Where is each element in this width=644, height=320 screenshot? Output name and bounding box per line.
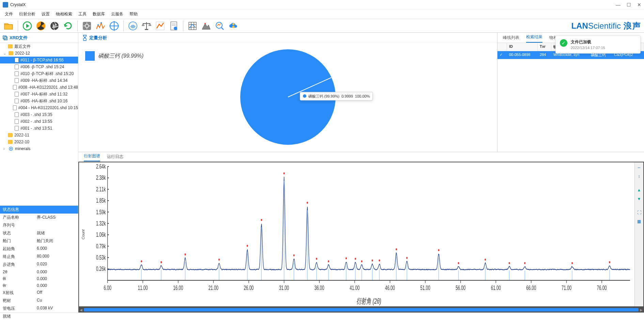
status-value: 0.038 kV bbox=[34, 305, 78, 312]
folder-icon bbox=[8, 44, 13, 48]
analyze-button[interactable] bbox=[214, 20, 226, 32]
menu-diffraction[interactable]: 衍射分析 bbox=[19, 11, 35, 17]
tree-file[interactable]: #008 -HA-K01220201 .shd 13:48 bbox=[0, 84, 78, 91]
play-button[interactable] bbox=[21, 20, 33, 32]
svg-point-130 bbox=[458, 262, 459, 264]
cloud-button[interactable] bbox=[228, 20, 239, 32]
tree-file[interactable]: #005 -HA-标样 .shd 10:16 bbox=[0, 98, 78, 104]
status-key: X射线 bbox=[0, 289, 34, 297]
svg-point-3 bbox=[50, 22, 59, 30]
tree-file[interactable]: #003 - .shd 15:35 bbox=[0, 111, 78, 118]
tree-file[interactable]: #010 -β-TCP-标样 .shd 15:20 bbox=[0, 70, 78, 77]
svg-point-126 bbox=[406, 257, 408, 259]
status-key: 舱门 bbox=[0, 237, 34, 245]
close-button[interactable]: ✕ bbox=[637, 2, 641, 8]
status-key: 起始角 bbox=[0, 245, 34, 253]
tree-file[interactable]: #001 - .shd 13:51 bbox=[0, 125, 78, 132]
file-tree[interactable]: 最近文件 ⌄2022-12 #011 - β-TCP.shd 16:55#006… bbox=[0, 43, 78, 205]
status-value: 0.000 bbox=[34, 268, 78, 275]
svg-point-94 bbox=[160, 261, 162, 263]
toolbar: LANScientific浪声 bbox=[0, 19, 644, 33]
menu-phase-search[interactable]: 物相检索 bbox=[56, 11, 72, 17]
file-icon bbox=[15, 99, 19, 103]
svg-point-132 bbox=[485, 259, 486, 261]
tree-folder[interactable]: 2022-10 bbox=[0, 139, 78, 145]
svg-point-122 bbox=[379, 260, 380, 262]
svg-rect-34 bbox=[3, 36, 6, 39]
tree-file[interactable]: #004 - HA-K01220201.shd 10:15 bbox=[0, 104, 78, 111]
radiation-button[interactable] bbox=[35, 20, 47, 32]
xrd-chart[interactable]: 0.26k0.53k0.79k1.06k1.32k1.59k1.85k2.11k… bbox=[87, 162, 634, 306]
expand-h-button[interactable]: ↔ bbox=[636, 164, 642, 171]
svg-text:1.06k: 1.06k bbox=[96, 231, 106, 238]
svg-point-134 bbox=[509, 262, 510, 264]
svg-rect-24 bbox=[189, 22, 196, 30]
bottom-tabs: 衍射图谱 运行日志 bbox=[78, 152, 644, 162]
svg-point-106 bbox=[293, 254, 295, 256]
aperture-button[interactable] bbox=[49, 20, 60, 32]
report-button[interactable] bbox=[168, 20, 180, 32]
svg-text:21.00: 21.00 bbox=[209, 284, 218, 291]
menu-settings[interactable]: 设置 bbox=[42, 11, 50, 17]
target-button[interactable] bbox=[108, 20, 120, 32]
svg-point-136 bbox=[524, 262, 525, 264]
grid-button[interactable] bbox=[187, 20, 198, 32]
pie-chart[interactable]: 磷酸三钙 (99.99%) 0.9999 100.00% bbox=[239, 47, 337, 147]
status-value: 界-CLASS bbox=[34, 214, 78, 221]
status-value: 6.000 bbox=[34, 245, 78, 253]
fullscreen-button[interactable]: ⛶ bbox=[636, 209, 642, 216]
mountain-button[interactable] bbox=[200, 20, 212, 32]
tab-search-results[interactable]: 检索结果 bbox=[526, 33, 542, 43]
menu-file[interactable]: 文件 bbox=[5, 11, 13, 17]
arrow-down-button[interactable]: ▼ bbox=[636, 196, 642, 202]
open-file-button[interactable] bbox=[3, 20, 14, 32]
minimize-button[interactable]: — bbox=[616, 2, 620, 8]
tree-file[interactable]: #009 -HA-标样 .shd 14:34 bbox=[0, 77, 78, 84]
tree-recent[interactable]: 最近文件 bbox=[0, 43, 78, 50]
tab-log[interactable]: 运行日志 bbox=[107, 152, 123, 161]
tree-minerals[interactable]: ›minerals bbox=[0, 145, 78, 152]
status-value: 0.000 bbox=[34, 282, 78, 289]
balance-button[interactable] bbox=[141, 20, 152, 32]
status-key: θr bbox=[0, 282, 34, 289]
svg-point-118 bbox=[361, 260, 363, 262]
menu-database[interactable]: 数据库 bbox=[93, 11, 105, 17]
svg-point-10 bbox=[97, 24, 99, 26]
status-value: 舱门关闭 bbox=[34, 237, 78, 245]
svg-text:71.00: 71.00 bbox=[562, 284, 571, 291]
arrow-up-button[interactable]: ▲ bbox=[636, 187, 642, 193]
tree-folder-open[interactable]: ⌄2022-12 bbox=[0, 50, 78, 57]
maximize-button[interactable]: ☐ bbox=[627, 2, 631, 8]
svg-rect-35 bbox=[4, 37, 7, 40]
peaks-button[interactable] bbox=[95, 20, 106, 32]
svg-point-124 bbox=[396, 248, 397, 250]
svg-text:0.26k: 0.26k bbox=[96, 265, 106, 272]
svg-text:0.53k: 0.53k bbox=[96, 254, 106, 261]
gear-button[interactable] bbox=[81, 20, 93, 32]
svg-text:66.00: 66.00 bbox=[526, 284, 536, 291]
tree-file[interactable]: #011 - β-TCP.shd 16:55 bbox=[0, 57, 78, 63]
tab-peaks[interactable]: 峰线列表 bbox=[503, 33, 519, 43]
tree-folder[interactable]: 2022-11 bbox=[0, 132, 78, 139]
menu-tools[interactable]: 工具 bbox=[78, 11, 87, 17]
chart-button[interactable] bbox=[154, 20, 166, 32]
svg-point-15 bbox=[129, 22, 137, 30]
expand-v-button[interactable]: ↕ bbox=[636, 173, 642, 179]
tab-spectrum[interactable]: 衍射图谱 bbox=[84, 152, 100, 161]
tree-file[interactable]: #006 -β-TCP .shd 15:24 bbox=[0, 63, 78, 70]
grid-toggle-button[interactable]: ▦ bbox=[636, 218, 642, 224]
fingerprint-button[interactable] bbox=[127, 20, 139, 32]
menu-cloud[interactable]: 云服务 bbox=[111, 11, 123, 17]
tree-file[interactable]: #002 - .shd 13:55 bbox=[0, 118, 78, 125]
svg-text:16.00: 16.00 bbox=[173, 284, 183, 291]
result-table[interactable]: ID Txr 物相名称 中文名称 化学式 ✓ 00-055-0898 284 W… bbox=[497, 43, 644, 152]
menu-help[interactable]: 帮助 bbox=[129, 11, 138, 17]
svg-text:6.00: 6.00 bbox=[104, 284, 111, 291]
tree-file[interactable]: #007 -HA-标样 .shd 11:32 bbox=[0, 91, 78, 98]
chart-scrollbar[interactable]: ◀ ▶ bbox=[78, 307, 644, 312]
svg-point-96 bbox=[185, 253, 186, 256]
svg-point-29 bbox=[204, 23, 206, 24]
svg-point-114 bbox=[346, 257, 347, 259]
refresh-button[interactable] bbox=[62, 20, 74, 32]
svg-text:1.32k: 1.32k bbox=[96, 220, 106, 227]
